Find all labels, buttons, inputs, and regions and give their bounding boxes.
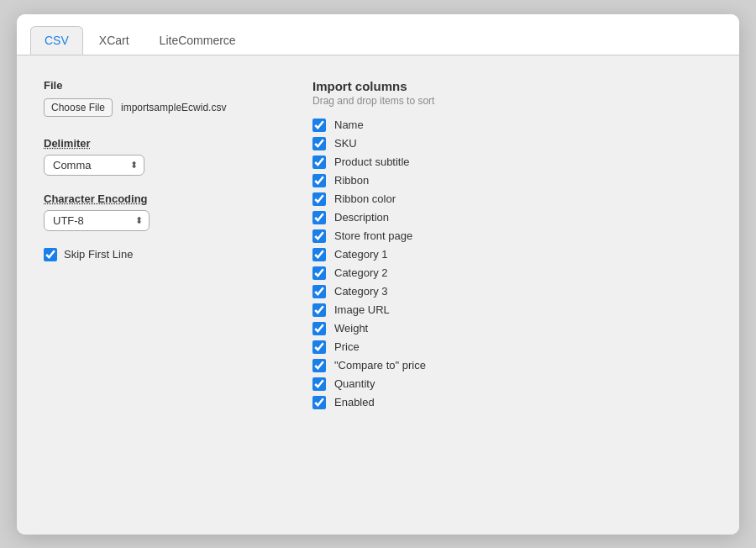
column-checkbox-6[interactable] — [312, 229, 326, 243]
column-label-1[interactable]: SKU — [334, 137, 357, 150]
column-checkbox-11[interactable] — [312, 322, 326, 335]
left-panel: File Choose File importsampleEcwid.csv D… — [44, 79, 245, 511]
column-item: Category 2 — [312, 266, 712, 280]
skip-first-line-row: Skip First Line — [44, 248, 245, 261]
column-label-2[interactable]: Product subtitle — [334, 155, 410, 168]
column-item: SKU — [312, 137, 712, 150]
encoding-group: Character Encoding UTF-8 UTF-16 ISO-8859… — [44, 192, 245, 231]
file-name: importsampleEcwid.csv — [121, 102, 226, 113]
column-label-5[interactable]: Description — [334, 211, 389, 224]
column-label-8[interactable]: Category 2 — [334, 266, 388, 279]
column-checkbox-4[interactable] — [312, 192, 326, 206]
column-checkbox-2[interactable] — [312, 155, 326, 169]
column-item: Description — [312, 211, 712, 224]
column-item: Category 1 — [312, 248, 712, 261]
file-label: File — [44, 79, 245, 92]
column-item: Enabled — [312, 396, 712, 409]
column-label-3[interactable]: Ribbon — [334, 174, 369, 187]
column-label-4[interactable]: Ribbon color — [334, 192, 396, 205]
main-window: CSV XCart LiteCommerce File Choose File … — [17, 14, 739, 535]
import-columns-subtitle: Drag and drop items to sort — [312, 95, 712, 107]
column-item: Product subtitle — [312, 155, 712, 169]
column-checkbox-14[interactable] — [312, 377, 326, 391]
delimiter-select[interactable]: Comma Semicolon Tab Pipe — [44, 155, 144, 176]
column-label-10[interactable]: Image URL — [334, 303, 390, 316]
column-checkbox-8[interactable] — [312, 266, 326, 280]
column-checkbox-5[interactable] — [312, 211, 326, 224]
column-list: NameSKUProduct subtitleRibbonRibbon colo… — [312, 119, 712, 409]
content-area: File Choose File importsampleEcwid.csv D… — [17, 55, 739, 535]
encoding-select-wrapper: UTF-8 UTF-16 ISO-8859-1 Windows-1252 ⬍ — [44, 210, 150, 231]
skip-first-line-checkbox[interactable] — [44, 248, 57, 261]
column-item: Quantity — [312, 377, 712, 391]
column-checkbox-7[interactable] — [312, 248, 326, 261]
tab-litecommerce[interactable]: LiteCommerce — [145, 26, 250, 55]
column-item: Name — [312, 119, 712, 132]
column-item: Store front page — [312, 229, 712, 243]
column-item: Price — [312, 340, 712, 354]
right-panel: Import columns Drag and drop items to so… — [312, 79, 712, 511]
column-item: Image URL — [312, 303, 712, 317]
column-item: Ribbon — [312, 174, 712, 187]
column-item: Weight — [312, 322, 712, 335]
column-checkbox-13[interactable] — [312, 359, 326, 372]
encoding-select[interactable]: UTF-8 UTF-16 ISO-8859-1 Windows-1252 — [44, 210, 150, 231]
delimiter-label: Delimiter — [44, 137, 245, 150]
tab-bar: CSV XCart LiteCommerce — [17, 14, 739, 55]
column-item: Category 3 — [312, 285, 712, 298]
column-checkbox-9[interactable] — [312, 285, 326, 298]
delimiter-select-wrapper: Comma Semicolon Tab Pipe ⬍ — [44, 155, 144, 176]
column-label-6[interactable]: Store front page — [334, 229, 412, 242]
column-label-12[interactable]: Price — [334, 340, 360, 353]
choose-file-button[interactable]: Choose File — [44, 98, 113, 117]
delimiter-group: Delimiter Comma Semicolon Tab Pipe ⬍ — [44, 137, 245, 176]
skip-first-line-label[interactable]: Skip First Line — [64, 248, 133, 261]
column-checkbox-0[interactable] — [312, 119, 326, 132]
file-row: Choose File importsampleEcwid.csv — [44, 98, 245, 117]
column-checkbox-12[interactable] — [312, 340, 326, 354]
column-label-11[interactable]: Weight — [334, 322, 368, 335]
column-checkbox-1[interactable] — [312, 137, 326, 150]
tab-csv[interactable]: CSV — [30, 26, 83, 55]
tab-xcart[interactable]: XCart — [85, 26, 144, 55]
import-columns-title: Import columns — [312, 79, 712, 93]
column-item: "Compare to" price — [312, 359, 712, 372]
encoding-label: Character Encoding — [44, 192, 245, 205]
column-label-9[interactable]: Category 3 — [334, 285, 388, 298]
column-checkbox-3[interactable] — [312, 174, 326, 187]
column-label-7[interactable]: Category 1 — [334, 248, 388, 261]
column-checkbox-10[interactable] — [312, 303, 326, 317]
column-label-14[interactable]: Quantity — [334, 377, 375, 390]
column-checkbox-15[interactable] — [312, 396, 326, 409]
column-label-13[interactable]: "Compare to" price — [334, 359, 426, 371]
column-label-15[interactable]: Enabled — [334, 396, 375, 408]
column-item: Ribbon color — [312, 192, 712, 206]
column-label-0[interactable]: Name — [334, 119, 364, 131]
